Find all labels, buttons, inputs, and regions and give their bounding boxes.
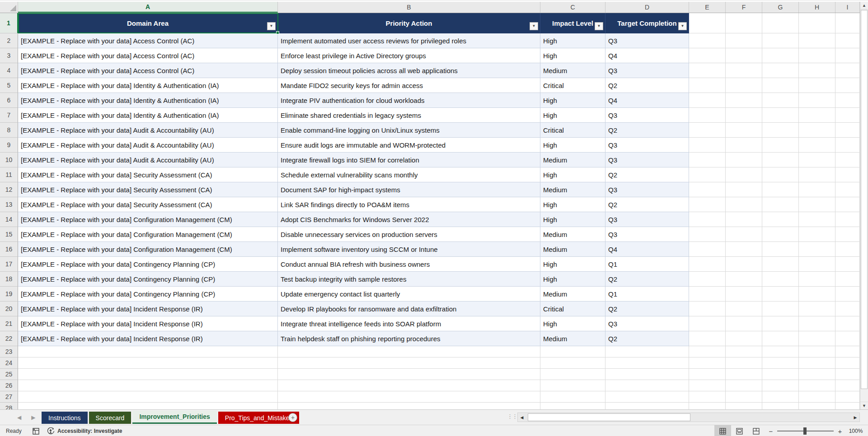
horizontal-scroll-thumb[interactable]: [528, 413, 690, 421]
row-header-16[interactable]: 16: [0, 242, 18, 257]
domain-cell[interactable]: [EXAMPLE - Replace with your data] Conti…: [18, 287, 278, 301]
empty-cell[interactable]: [726, 391, 762, 403]
domain-cell[interactable]: [EXAMPLE - Replace with your data] Audit…: [18, 123, 278, 138]
empty-cell[interactable]: [835, 13, 860, 33]
empty-cell[interactable]: [762, 48, 799, 63]
empty-cell[interactable]: [835, 369, 860, 380]
zoom-slider[interactable]: [777, 425, 834, 436]
empty-cell[interactable]: [762, 346, 799, 357]
empty-cell[interactable]: [762, 380, 799, 391]
empty-cell[interactable]: [605, 391, 689, 403]
empty-cell[interactable]: [689, 227, 726, 242]
scroll-up-button[interactable]: ▲: [860, 2, 868, 9]
target-cell[interactable]: Q4: [605, 48, 689, 63]
target-cell[interactable]: Q3: [605, 212, 689, 227]
empty-cell[interactable]: [762, 369, 799, 380]
row-header-2[interactable]: 2: [0, 33, 18, 48]
empty-cell[interactable]: [762, 391, 799, 403]
impact-cell[interactable]: High: [540, 257, 605, 272]
domain-cell[interactable]: [EXAMPLE - Replace with your data] Confi…: [18, 242, 278, 257]
empty-cell[interactable]: [835, 272, 860, 287]
empty-cell[interactable]: [689, 301, 726, 316]
empty-cell[interactable]: [799, 153, 835, 167]
action-cell[interactable]: Integrate PIV authentication for cloud w…: [278, 93, 540, 108]
target-cell[interactable]: Q4: [605, 93, 689, 108]
empty-cell[interactable]: [689, 212, 726, 227]
tab-splitter-grip[interactable]: ⋮⋮: [507, 413, 517, 420]
header-cell-impact-level[interactable]: Impact Level▼: [540, 13, 605, 33]
empty-cell[interactable]: [762, 316, 799, 331]
action-cell[interactable]: Enable command-line logging on Unix/Linu…: [278, 123, 540, 138]
tab-nav-right-icon[interactable]: ▶: [31, 414, 35, 421]
target-cell[interactable]: Q3: [605, 227, 689, 242]
empty-cell[interactable]: [799, 33, 835, 48]
empty-cell[interactable]: [835, 380, 860, 391]
column-header-E[interactable]: E: [689, 2, 726, 13]
target-cell[interactable]: Q2: [605, 301, 689, 316]
new-sheet-button[interactable]: +: [288, 413, 297, 422]
empty-cell[interactable]: [835, 63, 860, 78]
row-header-23[interactable]: 23: [0, 346, 18, 357]
empty-cell[interactable]: [278, 346, 540, 357]
empty-cell[interactable]: [18, 357, 278, 369]
empty-cell[interactable]: [799, 48, 835, 63]
impact-cell[interactable]: Medium: [540, 63, 605, 78]
action-cell[interactable]: Document SAP for high-impact systems: [278, 182, 540, 197]
empty-cell[interactable]: [835, 78, 860, 93]
target-cell[interactable]: Q3: [605, 63, 689, 78]
empty-cell[interactable]: [278, 380, 540, 391]
empty-cell[interactable]: [835, 287, 860, 301]
action-cell[interactable]: Implement automated user access reviews …: [278, 33, 540, 48]
empty-cell[interactable]: [835, 242, 860, 257]
row-header-10[interactable]: 10: [0, 153, 18, 167]
empty-cell[interactable]: [762, 138, 799, 153]
empty-cell[interactable]: [726, 123, 762, 138]
empty-cell[interactable]: [689, 48, 726, 63]
scroll-left-button[interactable]: ◀: [518, 413, 526, 422]
empty-cell[interactable]: [726, 331, 762, 346]
empty-cell[interactable]: [762, 123, 799, 138]
empty-cell[interactable]: [799, 316, 835, 331]
empty-cell[interactable]: [799, 227, 835, 242]
impact-cell[interactable]: High: [540, 197, 605, 212]
impact-cell[interactable]: High: [540, 316, 605, 331]
tab-nav-left-icon[interactable]: ◀: [17, 414, 21, 421]
row-header-1[interactable]: 1: [0, 13, 18, 33]
empty-cell[interactable]: [762, 403, 799, 409]
sheet-tab-instructions[interactable]: Instructions: [42, 412, 88, 424]
empty-cell[interactable]: [799, 108, 835, 123]
action-cell[interactable]: Deploy session timeout policies across a…: [278, 63, 540, 78]
empty-cell[interactable]: [799, 182, 835, 197]
empty-cell[interactable]: [835, 346, 860, 357]
empty-cell[interactable]: [762, 287, 799, 301]
impact-cell[interactable]: Medium: [540, 242, 605, 257]
target-cell[interactable]: Q2: [605, 197, 689, 212]
row-header-3[interactable]: 3: [0, 48, 18, 63]
vertical-scroll-thumb[interactable]: [861, 10, 868, 389]
empty-cell[interactable]: [762, 227, 799, 242]
empty-cell[interactable]: [799, 197, 835, 212]
empty-cell[interactable]: [799, 272, 835, 287]
impact-cell[interactable]: High: [540, 48, 605, 63]
impact-cell[interactable]: Medium: [540, 227, 605, 242]
impact-cell[interactable]: High: [540, 272, 605, 287]
target-cell[interactable]: Q3: [605, 108, 689, 123]
empty-cell[interactable]: [835, 257, 860, 272]
action-cell[interactable]: Adopt CIS Benchmarks for Windows Server …: [278, 212, 540, 227]
empty-cell[interactable]: [726, 48, 762, 63]
empty-cell[interactable]: [689, 78, 726, 93]
empty-cell[interactable]: [18, 403, 278, 409]
empty-cell[interactable]: [762, 357, 799, 369]
empty-cell[interactable]: [835, 182, 860, 197]
empty-cell[interactable]: [835, 93, 860, 108]
row-header-20[interactable]: 20: [0, 301, 18, 316]
empty-cell[interactable]: [799, 78, 835, 93]
empty-cell[interactable]: [799, 331, 835, 346]
empty-cell[interactable]: [762, 108, 799, 123]
row-header-9[interactable]: 9: [0, 138, 18, 153]
empty-cell[interactable]: [799, 369, 835, 380]
empty-cell[interactable]: [835, 123, 860, 138]
empty-cell[interactable]: [762, 212, 799, 227]
header-cell-target-completion[interactable]: Target Completion▼: [605, 13, 689, 33]
empty-cell[interactable]: [605, 403, 689, 409]
